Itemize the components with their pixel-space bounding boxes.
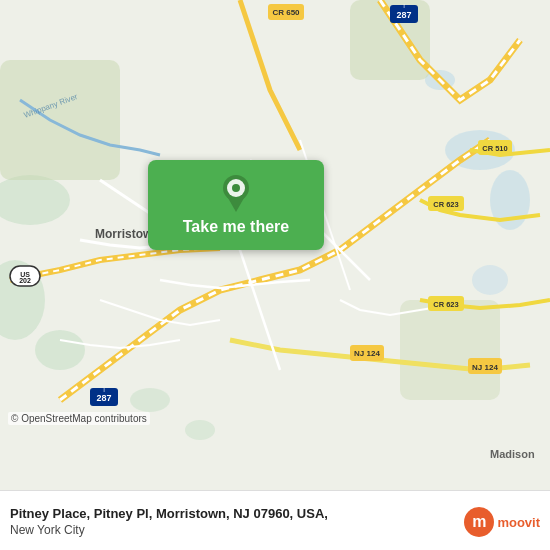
take-me-there-button[interactable]: Take me there	[148, 160, 324, 250]
svg-text:NJ 124: NJ 124	[354, 349, 380, 358]
svg-text:CR 510: CR 510	[482, 144, 507, 153]
svg-point-6	[472, 265, 508, 295]
svg-point-39	[232, 184, 240, 192]
svg-rect-10	[0, 60, 120, 180]
svg-marker-40	[228, 198, 244, 212]
svg-point-8	[130, 388, 170, 412]
address-line1: Pitney Place, Pitney Pl, Morristown, NJ …	[10, 506, 456, 523]
svg-text:287: 287	[96, 393, 111, 403]
osm-credit-text: © OpenStreetMap contributors	[11, 413, 147, 424]
svg-text:NJ 124: NJ 124	[472, 363, 498, 372]
moovit-brand: moovit	[497, 513, 540, 531]
svg-rect-12	[400, 300, 500, 400]
svg-point-9	[185, 420, 215, 440]
svg-text:CR 623: CR 623	[433, 300, 458, 309]
svg-text:CR 650: CR 650	[272, 8, 300, 17]
location-pin-icon	[220, 174, 252, 212]
footer-bar: Pitney Place, Pitney Pl, Morristown, NJ …	[0, 490, 550, 550]
svg-text:CR 623: CR 623	[433, 200, 458, 209]
footer-address-block: Pitney Place, Pitney Pl, Morristown, NJ …	[10, 506, 456, 537]
moovit-name: moovit	[497, 515, 540, 530]
svg-point-3	[35, 330, 85, 370]
moovit-icon: m	[464, 507, 494, 537]
map-view: Whippany River 287 I 287 I US 202 CR 650…	[0, 0, 550, 490]
svg-text:287: 287	[396, 10, 411, 20]
moovit-logo: m moovit	[464, 507, 540, 537]
svg-text:Madison: Madison	[490, 448, 535, 460]
take-me-there-label: Take me there	[183, 218, 289, 236]
osm-credit: © OpenStreetMap contributors	[8, 412, 150, 425]
address-line2: New York City	[10, 523, 456, 537]
svg-text:202: 202	[19, 277, 31, 284]
